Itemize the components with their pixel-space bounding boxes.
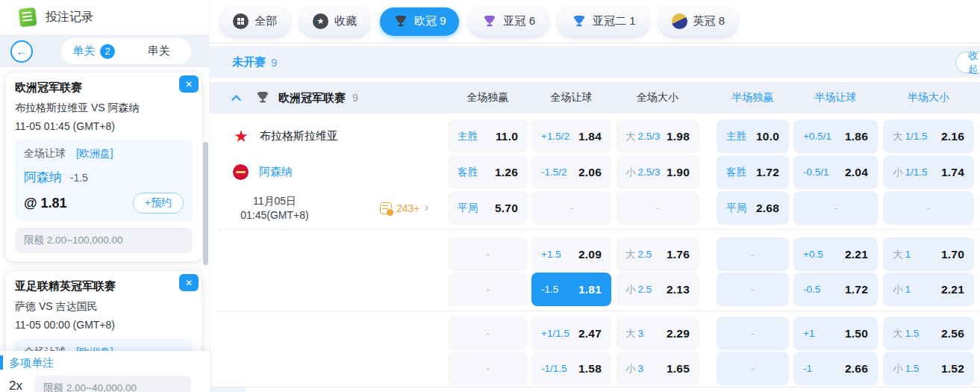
odds-value: 1.72 <box>756 166 779 179</box>
odds-label: 大1.5 <box>893 327 919 340</box>
odds-label: 小1 <box>893 283 911 296</box>
odds-cell-b1-r0-c5[interactable]: 大11.70 <box>883 237 974 271</box>
odds-value: 2.09 <box>578 248 602 261</box>
odds-value: 2.21 <box>845 248 868 261</box>
more-markets-button[interactable]: 243+ › <box>380 191 428 225</box>
multi-single-panel: 多项单注 2x 限额 2.00~40,000.00 <box>0 351 210 392</box>
odds-cell-b0-r0-c0[interactable]: 主胜11.0 <box>448 119 528 153</box>
bet-card-time: 11-05 01:45 (GMT+8) <box>15 120 193 132</box>
odds-cell-b0-r1-c4[interactable]: -0.5/12.04 <box>793 155 878 189</box>
home-team-logo-icon <box>233 128 249 145</box>
odds-cell-b1-r0-c4[interactable]: +0.52.21 <box>793 237 878 271</box>
tab-single-bet[interactable]: 单关 2 <box>61 44 126 59</box>
odds-label: -0.5/1 <box>803 167 829 178</box>
odds-value: 2.13 <box>667 283 690 296</box>
odds-value: 1.84 <box>578 130 602 143</box>
odds-value: 1.86 <box>845 130 868 143</box>
odds-value: 1.74 <box>941 166 964 179</box>
odds-cell-b1-r0-c3: - <box>717 237 789 271</box>
odds-cell-b0-r1-c5[interactable]: 小1/1.51.74 <box>883 155 974 189</box>
odds-cell-b1-r0-c2[interactable]: 大2.51.76 <box>616 237 699 271</box>
bet-slip-sidebar: 投注记录 单关 2 串关 欧洲冠军联赛 布拉格斯拉维亚 VS 阿森纳 11-05… <box>0 0 210 392</box>
match-kickoff-time: 01:45(GMT+8) <box>240 208 308 223</box>
odds-label: +1.5/2 <box>541 131 569 142</box>
odds-cell-b2-r1-c1[interactable]: -1/1.51.58 <box>531 352 611 385</box>
odds-value: 1.50 <box>845 327 868 340</box>
odds-cell-b2-r0-c4[interactable]: +11.50 <box>793 317 878 350</box>
odds-cell-b2-r1-c3: - <box>717 352 789 385</box>
odds-cell-b0-r0-c2[interactable]: 大2.5/31.98 <box>616 119 699 153</box>
odds-cell-b0-r1-c0[interactable]: 客胜1.26 <box>448 155 528 189</box>
odds-cell-b0-r0-c5[interactable]: 大1/1.52.16 <box>883 119 974 153</box>
odds-cell-b1-r1-c4[interactable]: -0.51.72 <box>793 273 878 306</box>
no-odds-dash: - <box>486 249 490 261</box>
odds-cell-b2-r1-c4[interactable]: -12.66 <box>793 352 878 385</box>
odds-cell-b2-r1-c2[interactable]: 小31.65 <box>616 352 699 385</box>
match-time: 11月05日 01:45(GMT+8) <box>231 191 319 225</box>
odds-cell-b1-r1-c0: - <box>448 273 528 306</box>
odds-value: 1.52 <box>941 362 964 376</box>
odds-label: 客胜 <box>458 166 478 179</box>
odds-value: 1.90 <box>667 166 690 179</box>
odds-label: 大3 <box>625 327 643 340</box>
no-odds-dash: - <box>834 202 837 214</box>
bet-card-time: 11-05 00:00 (GMT+8) <box>15 319 193 331</box>
odds-label: -1 <box>803 363 812 374</box>
parlay-bet-label: 串关 <box>148 44 170 58</box>
odds-cell-b1-r0-c1[interactable]: +1.52.09 <box>531 237 611 271</box>
odds-cell-b2-r1-c0: - <box>448 352 528 385</box>
home-team-name: 布拉格斯拉维亚 <box>260 129 338 143</box>
back-button[interactable] <box>10 40 33 63</box>
no-odds-dash: - <box>751 249 755 261</box>
odds-cell-b1-r1-c5[interactable]: 小12.21 <box>883 273 974 306</box>
no-odds-dash: - <box>486 363 490 375</box>
odds-value: 2.29 <box>667 327 690 340</box>
odds-label: 平局 <box>458 202 478 215</box>
no-odds-dash: - <box>486 284 490 296</box>
bet-pick-team: 阿森纳 <box>24 170 62 184</box>
no-odds-dash: - <box>569 202 573 214</box>
odds-cell-b0-r0-c4[interactable]: +0.5/11.86 <box>793 119 878 153</box>
multi-single-limit: 限额 2.00~40,000.00 <box>34 376 191 392</box>
odds-label: -1.5 <box>541 284 558 295</box>
odds-cell-b0-r1-c1[interactable]: -1.5/22.06 <box>531 155 611 189</box>
next-section-peek <box>210 387 980 392</box>
odds-cell-b2-r0-c1[interactable]: +1/1.52.47 <box>531 317 611 350</box>
away-team-row[interactable]: 阿森纳 <box>233 155 293 189</box>
odds-cell-b0-r2-c3[interactable]: 平局2.68 <box>717 191 789 225</box>
odds-cell-b2-r0-c5[interactable]: 大1.52.56 <box>883 317 974 350</box>
odds-value: 2.04 <box>845 166 868 179</box>
tab-parlay-bet[interactable]: 串关 <box>126 44 191 58</box>
odds-cell-b2-r1-c5[interactable]: 小1.51.52 <box>883 352 974 385</box>
odds-cell-b0-r2-c4: - <box>793 191 878 225</box>
home-team-row[interactable]: 布拉格斯拉维亚 <box>233 119 338 153</box>
odds-value: 1.58 <box>578 362 602 376</box>
odds-cell-b1-r1-c1[interactable]: -1.51.81 <box>531 273 611 306</box>
odds-cell-b0-r1-c2[interactable]: 小2.5/31.90 <box>616 155 699 189</box>
odds-board: 布拉格斯拉维亚 阿森纳 11月05日 01:45(GMT+8) 243+ › 主… <box>210 0 980 392</box>
odds-cell-b1-r0-c0: - <box>448 237 528 271</box>
divider <box>219 311 980 311</box>
no-odds-dash: - <box>751 328 755 340</box>
odds-cell-b0-r2-c0[interactable]: 平局5.70 <box>448 191 528 225</box>
odds-value: 2.21 <box>941 283 964 296</box>
bet-records-header: 投注记录 <box>0 0 209 35</box>
odds-cell-b0-r1-c3[interactable]: 客胜1.72 <box>717 155 789 189</box>
odds-cell-b2-r0-c2[interactable]: 大32.29 <box>616 317 699 350</box>
no-odds-dash: - <box>486 328 490 340</box>
odds-cell-b0-r2-c5: - <box>883 191 974 225</box>
no-odds-dash: - <box>927 202 931 214</box>
odds-value: 11.0 <box>496 130 518 143</box>
sidebar-scrollbar-thumb[interactable] <box>203 142 208 265</box>
bet-records-title: 投注记录 <box>46 10 93 25</box>
reserve-button[interactable]: +预约 <box>133 193 184 214</box>
odds-cell-b1-r1-c2[interactable]: 小2.52.13 <box>616 273 699 306</box>
close-icon[interactable] <box>179 274 199 291</box>
no-odds-dash: - <box>751 363 755 375</box>
odds-value: 2.68 <box>756 202 779 215</box>
odds-cell-b0-r0-c1[interactable]: +1.5/21.84 <box>531 119 611 153</box>
odds-cell-b0-r0-c3[interactable]: 主胜10.0 <box>717 119 789 153</box>
bet-card-league: 欧洲冠军联赛 <box>15 81 193 95</box>
close-icon[interactable] <box>179 75 199 93</box>
multi-single-title: 多项单注 <box>0 356 210 370</box>
